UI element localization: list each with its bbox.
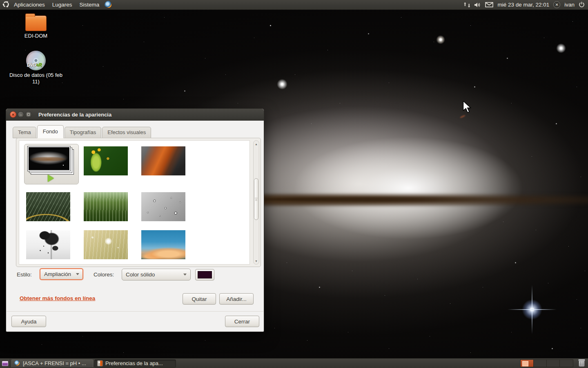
wallpaper-thumbnail[interactable] [141, 146, 185, 175]
show-desktop-icon [2, 361, 8, 366]
folder-icon [25, 16, 47, 31]
desktop-icon-label: Disco de datos (05 feb 11) [7, 72, 65, 85]
quitar-button[interactable]: Quitar [183, 293, 216, 305]
color-swatch-button[interactable] [195, 269, 214, 280]
tab-strip: Tema Fondo Tipografías Efectos visuales [13, 126, 152, 138]
wallpaper-thumbnail-selected[interactable] [24, 144, 79, 184]
trash-applet[interactable] [577, 360, 586, 367]
dvd-disc-icon: DVD+R [26, 51, 46, 70]
tab-efectos-visuales[interactable]: Efectos visuales [102, 127, 151, 138]
user-menu[interactable]: ivan [564, 2, 575, 8]
star [436, 35, 445, 44]
firefox-launcher-icon[interactable] [105, 1, 113, 9]
menu-lugares[interactable]: Lugares [49, 0, 76, 10]
volume-icon[interactable] [474, 2, 481, 8]
taskbar-item-firefox[interactable]: [ASCA + FRENSI = pH • ... [11, 359, 93, 368]
workspace-2[interactable] [534, 360, 547, 367]
scrollbar-thumb[interactable] [254, 178, 258, 220]
desktop-icon-disco-de-datos[interactable]: DVD+R Disco de datos (05 feb 11) [7, 51, 65, 85]
tab-tema[interactable]: Tema [13, 127, 36, 138]
chevron-down-icon [76, 273, 79, 275]
workspace-4[interactable] [560, 360, 573, 367]
wallpaper-thumbnail[interactable] [26, 230, 70, 259]
get-more-backgrounds-link[interactable]: Obtener más fondos en línea [20, 295, 95, 301]
workspace-3[interactable] [547, 360, 560, 367]
wallpaper-thumbnail[interactable] [84, 146, 128, 175]
appearance-icon [97, 360, 103, 366]
colors-combobox[interactable]: Color sólido [122, 269, 191, 280]
top-panel: Aplicaciones Lugares Sistema mié 23 de m… [0, 0, 588, 10]
slideshow-stack [27, 146, 74, 175]
wallpaper-thumbnail[interactable] [26, 192, 70, 221]
galaxy-wallpaper-thumb [29, 147, 69, 170]
wallpaper-list [19, 140, 250, 265]
firefox-icon [14, 360, 20, 366]
show-desktop-button[interactable] [0, 359, 10, 368]
scroll-up-icon[interactable]: ▲ [254, 141, 259, 147]
style-combobox[interactable]: Ampliación [40, 268, 83, 280]
chevron-down-icon [183, 274, 187, 276]
ayuda-button[interactable]: Ayuda [11, 316, 46, 327]
window-title: Preferencias de la apariencia [38, 112, 111, 118]
star [556, 43, 566, 53]
presence-offline-icon[interactable]: ✕ [553, 1, 560, 8]
menu-aplicaciones[interactable]: Aplicaciones [10, 0, 49, 10]
scroll-down-icon[interactable]: ▼ [254, 258, 259, 264]
solid-color-swatch [198, 271, 212, 278]
close-window-icon[interactable]: × [10, 111, 16, 118]
colors-value: Color sólido [126, 272, 155, 278]
vertical-scrollbar[interactable]: ▲ ▼ [253, 140, 259, 265]
minimize-window-icon[interactable]: – [18, 111, 24, 118]
colors-label: Colores: [94, 272, 114, 278]
tab-fondo[interactable]: Fondo [37, 125, 64, 138]
star [277, 79, 287, 90]
anadir-button[interactable]: Añadir... [219, 293, 254, 305]
bottom-panel: [ASCA + FRENSI = pH • ... Preferencias d… [0, 358, 588, 368]
wallpaper-thumbnail[interactable] [84, 192, 128, 221]
window-titlebar[interactable]: × – Preferencias de la apariencia [6, 109, 264, 121]
tab-tipografias[interactable]: Tipografías [65, 127, 102, 138]
desktop-icon-edi-dom[interactable]: EDI-DOM [7, 16, 65, 39]
taskbar-item-label: Preferencias de la apa... [105, 360, 163, 366]
wallpaper-list-frame: ▲ ▼ [16, 138, 261, 267]
mail-icon[interactable] [485, 2, 493, 7]
maximize-window-icon[interactable] [25, 111, 32, 118]
appearance-preferences-window: × – Preferencias de la apariencia Tema F… [6, 108, 264, 332]
style-value: Ampliación [44, 271, 71, 277]
mouse-cursor [463, 101, 472, 114]
system-tray: mié 23 de mar, 22:01 ✕ ivan [463, 1, 588, 8]
taskbar-item-appearance[interactable]: Preferencias de la apa... [94, 359, 176, 368]
ubuntu-logo-icon[interactable] [2, 1, 9, 9]
wallpaper-thumbnail[interactable] [141, 230, 185, 259]
slideshow-play-icon [48, 175, 54, 182]
menu-sistema[interactable]: Sistema [76, 0, 103, 10]
workspace-switcher [520, 359, 573, 367]
galaxy-dust-core [261, 197, 546, 202]
clock[interactable]: mié 23 de mar, 22:01 [497, 2, 549, 8]
network-traffic-icon[interactable] [463, 2, 470, 8]
cerrar-button[interactable]: Cerrar [225, 316, 259, 327]
galaxy-core [294, 137, 523, 239]
desktop-icon-label: EDI-DOM [7, 33, 65, 39]
wallpaper-thumbnail[interactable] [141, 192, 185, 221]
taskbar-item-label: [ASCA + FRENSI = pH • ... [23, 360, 86, 366]
trash-icon [579, 360, 585, 367]
workspace-1[interactable] [521, 360, 534, 367]
wallpaper-thumbnail[interactable] [84, 230, 128, 259]
action-area-separator [7, 311, 263, 312]
bright-star [522, 299, 542, 320]
style-label: Estilo: [17, 272, 32, 278]
power-icon[interactable] [579, 2, 585, 8]
